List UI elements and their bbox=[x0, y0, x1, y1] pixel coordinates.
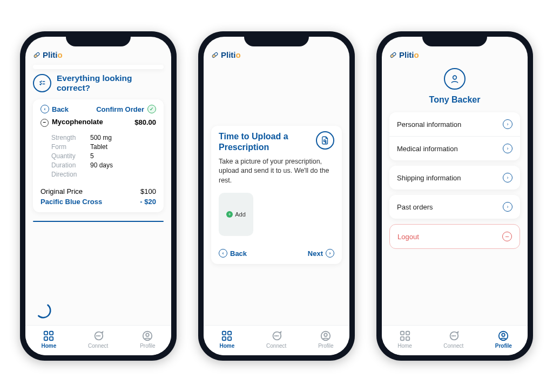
check-circle-icon: ✓ bbox=[147, 105, 156, 113]
rx-doc-icon bbox=[316, 131, 334, 150]
chat-icon bbox=[271, 330, 282, 342]
plus-icon: + bbox=[226, 211, 233, 218]
phone-confirm: Plitio Everything looking correct? ‹Back… bbox=[20, 31, 177, 361]
svg-point-27 bbox=[452, 336, 453, 336]
nav-connect-label: Connect bbox=[88, 343, 108, 349]
menu-orders-label: Past orders bbox=[397, 203, 433, 211]
upload-card: Time to Upload a Prescription Take a pic… bbox=[211, 126, 342, 265]
chevron-left-icon: ‹ bbox=[41, 105, 49, 113]
svg-rect-4 bbox=[44, 337, 48, 340]
nav-profile[interactable]: Profile bbox=[495, 330, 512, 349]
menu-medical-info[interactable]: Medical information› bbox=[389, 136, 520, 160]
prev-card-peek bbox=[33, 65, 164, 69]
svg-rect-12 bbox=[222, 332, 226, 335]
svg-rect-15 bbox=[228, 337, 231, 340]
chevron-right-icon: › bbox=[503, 144, 512, 153]
nav-connect-label: Connect bbox=[443, 343, 463, 349]
svg-point-7 bbox=[98, 336, 98, 336]
logout-button[interactable]: Logout− bbox=[389, 224, 520, 249]
chevron-right-icon: › bbox=[503, 119, 512, 129]
order-summary-card: ‹Back Confirm Order✓ −Mycophenolate $80.… bbox=[33, 99, 164, 212]
svg-point-16 bbox=[274, 336, 275, 336]
value-strength: 500 mg bbox=[90, 134, 112, 141]
next-link[interactable]: Next› bbox=[308, 249, 334, 258]
back-label: Back bbox=[52, 105, 69, 113]
chevron-right-icon: › bbox=[503, 173, 512, 183]
confirm-order-label: Confirm Order bbox=[96, 105, 144, 113]
collapse-icon[interactable]: − bbox=[41, 119, 49, 127]
nav-connect[interactable]: Connect bbox=[443, 330, 463, 349]
original-price-value: $100 bbox=[140, 187, 156, 195]
nav-connect[interactable]: Connect bbox=[266, 330, 286, 349]
nav-connect[interactable]: Connect bbox=[88, 330, 108, 349]
nav-home[interactable]: Home bbox=[41, 330, 56, 349]
back-link[interactable]: ‹Back bbox=[41, 105, 69, 113]
svg-point-17 bbox=[276, 336, 276, 336]
logout-label: Logout bbox=[397, 233, 419, 241]
menu-shipping-label: Shipping information bbox=[397, 174, 461, 182]
nav-home[interactable]: Home bbox=[219, 330, 234, 349]
svg-rect-26 bbox=[406, 337, 409, 340]
value-quantity: 5 bbox=[90, 152, 94, 160]
pill-icon bbox=[389, 51, 397, 59]
nav-profile[interactable]: Profile bbox=[140, 330, 155, 349]
grid-icon bbox=[43, 330, 55, 342]
label-direction: Direction bbox=[51, 171, 84, 178]
value-form: Tablet bbox=[90, 143, 107, 151]
brand-text-b: o bbox=[236, 50, 241, 59]
brand-text-a: Pliti bbox=[221, 50, 236, 59]
checklist-icon bbox=[33, 74, 51, 92]
chevron-right-icon: › bbox=[503, 202, 512, 212]
loading-spinner-icon bbox=[34, 301, 52, 320]
label-strength: Strength bbox=[51, 134, 84, 141]
menu-medical-label: Medical information bbox=[397, 145, 458, 153]
menu-personal-label: Personal information bbox=[397, 120, 461, 129]
status-bar: Plitio bbox=[382, 37, 528, 60]
nav-home-label: Home bbox=[219, 343, 234, 349]
bottom-nav: Home Connect Profile bbox=[382, 325, 528, 355]
medication-price: $80.00 bbox=[134, 118, 156, 126]
grid-icon bbox=[399, 330, 411, 342]
svg-point-20 bbox=[325, 333, 328, 336]
user-name: Tony Backer bbox=[429, 95, 481, 105]
next-label: Next bbox=[308, 249, 323, 258]
svg-rect-23 bbox=[400, 332, 403, 335]
original-price-label: Original Price bbox=[41, 187, 83, 195]
brand-logo: Plitio bbox=[389, 50, 419, 59]
orders-group: Past orders› bbox=[389, 195, 520, 219]
nav-profile[interactable]: Profile bbox=[318, 330, 333, 349]
brand-text-b: o bbox=[414, 50, 419, 59]
menu-past-orders[interactable]: Past orders› bbox=[389, 195, 520, 219]
add-label: Add bbox=[235, 211, 246, 218]
nav-connect-label: Connect bbox=[266, 343, 286, 349]
value-duration: 90 days bbox=[90, 161, 113, 169]
confirm-order-button[interactable]: Confirm Order✓ bbox=[96, 105, 156, 113]
phone-upload: Plitio Time to Upload a Prescription Tak… bbox=[198, 31, 355, 361]
nav-profile-label: Profile bbox=[318, 343, 333, 349]
profile-icon bbox=[497, 330, 509, 342]
brand-logo: Plitio bbox=[33, 50, 63, 59]
brand-text-a: Pliti bbox=[399, 50, 414, 59]
add-prescription-button[interactable]: +Add bbox=[219, 193, 253, 236]
svg-rect-5 bbox=[50, 337, 53, 340]
profile-icon bbox=[320, 330, 332, 342]
bottom-nav: Home Connect Profile bbox=[204, 325, 349, 355]
brand-text-a: Pliti bbox=[43, 50, 58, 59]
svg-rect-25 bbox=[400, 337, 403, 340]
section-divider bbox=[33, 221, 164, 222]
discount-value: - $20 bbox=[140, 198, 156, 206]
svg-point-18 bbox=[278, 336, 278, 336]
menu-shipping-info[interactable]: Shipping information› bbox=[389, 166, 520, 190]
back-link[interactable]: ‹Back bbox=[219, 249, 247, 258]
label-duration: Duration bbox=[51, 161, 84, 169]
confirm-heading: Everything looking correct? bbox=[57, 73, 164, 93]
pill-icon bbox=[33, 51, 41, 59]
status-bar: Plitio bbox=[204, 37, 349, 60]
grid-icon bbox=[221, 330, 233, 342]
nav-profile-label: Profile bbox=[495, 343, 512, 349]
menu-personal-info[interactable]: Personal information› bbox=[389, 112, 520, 136]
nav-home-label: Home bbox=[397, 343, 412, 349]
medication-details: Strength500 mg FormTablet Quantity5 Dura… bbox=[41, 130, 156, 182]
nav-home[interactable]: Home bbox=[397, 330, 412, 349]
screen-confirm: Plitio Everything looking correct? ‹Back… bbox=[25, 37, 171, 355]
